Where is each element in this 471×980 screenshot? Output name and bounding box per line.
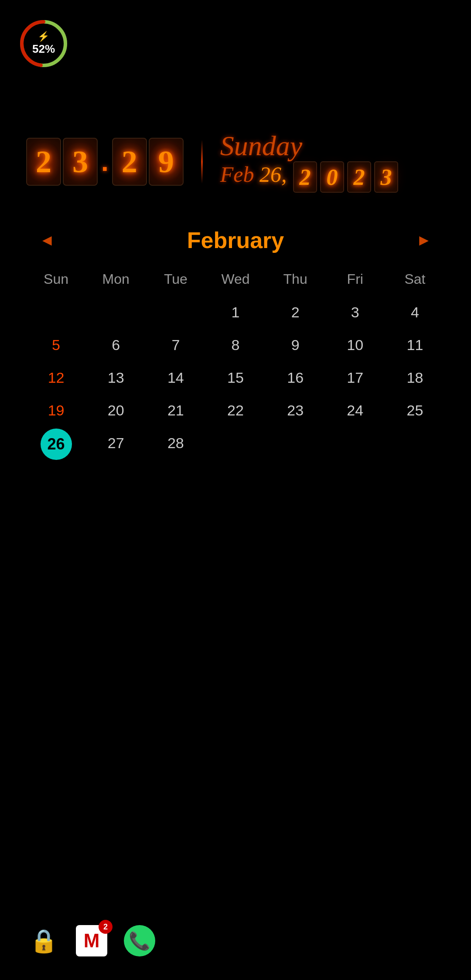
calendar-day-15[interactable]: 15 [205,361,265,394]
calendar-day-3[interactable]: 3 [325,296,385,329]
prev-month-button[interactable]: ◄ [35,227,59,254]
calendar-day-16[interactable]: 16 [266,361,325,394]
calendar-day-20[interactable]: 20 [86,394,146,427]
calendar-day-1[interactable]: 1 [205,296,265,329]
calendar-day-18[interactable]: 18 [385,361,445,394]
calendar-weekdays: Sun Mon Tue Wed Thu Fri Sat [26,267,445,292]
date-text: Sunday Feb 26, 2 0 2 3 [220,131,399,193]
year-digit-1: 2 [293,161,317,193]
next-month-button[interactable]: ► [412,227,436,254]
calendar-day-12[interactable]: 12 [26,361,86,394]
year-digit-4: 3 [374,161,398,193]
weekday-sat: Sat [385,267,445,292]
calendar-day-empty [86,296,146,329]
battery-ring: ⚡ 52% [17,17,70,70]
battery-text: ⚡ 52% [32,32,55,56]
nixie-clock: 2 3 . 2 9 [26,138,184,186]
charging-icon: ⚡ [38,32,49,41]
calendar-day-empty [146,296,205,329]
calendar-day-21[interactable]: 21 [146,394,205,427]
weekday-sun: Sun [26,267,86,292]
nixie-min1: 2 [112,138,147,186]
weekday-wed: Wed [205,267,265,292]
nixie-min2: 9 [149,138,184,186]
calendar-day-7[interactable]: 7 [146,329,205,361]
weekday-mon: Mon [86,267,146,292]
calendar-day-13[interactable]: 13 [86,361,146,394]
lock-icon: 🔒 [30,928,58,954]
clock-area: 2 3 . 2 9 Sunday Feb 26, 2 0 2 3 [26,131,445,193]
dock: 🔒 M 2 📞 [17,919,454,963]
calendar-day-empty [385,427,445,462]
nixie-hour1: 2 [26,138,61,186]
calendar-day-24[interactable]: 24 [325,394,385,427]
weekday-tue: Tue [146,267,205,292]
calendar-day-25[interactable]: 25 [385,394,445,427]
date-day-num: 26, [259,163,292,187]
weekday-thu: Thu [266,267,325,292]
calendar-day-19[interactable]: 19 [26,394,86,427]
nixie-colon: . [99,147,110,177]
calendar: ◄ February ► Sun Mon Tue Wed Thu Fri Sat… [26,227,445,462]
calendar-grid: Sun Mon Tue Wed Thu Fri Sat 123456789101… [26,267,445,462]
calendar-day-10[interactable]: 10 [325,329,385,361]
nixie-hour2: 3 [63,138,98,186]
calendar-day-5[interactable]: 5 [26,329,86,361]
date-full: Feb 26, 2 0 2 3 [220,161,399,193]
calendar-day-11[interactable]: 11 [385,329,445,361]
calendar-day-empty [325,427,385,462]
calendar-day-26[interactable]: 26 [41,429,72,460]
calendar-day-28[interactable]: 28 [146,427,205,462]
calendar-month-label: February [187,227,284,253]
calendar-header: ◄ February ► [26,227,445,254]
clock-separator [201,140,203,184]
battery-percent: 52% [32,42,55,56]
calendar-day-9[interactable]: 9 [266,329,325,361]
calendar-day-empty [205,427,265,462]
nixie-year: 2 0 2 3 [292,161,399,193]
date-day-name: Sunday [220,131,399,161]
gmail-m-letter: M [84,930,100,952]
lock-app-icon[interactable]: 🔒 [26,923,61,958]
weekday-fri: Fri [325,267,385,292]
calendar-days: 1234567891011121314151617181920212223242… [26,296,445,462]
calendar-day-empty [26,296,86,329]
calendar-day-23[interactable]: 23 [266,394,325,427]
calendar-day-14[interactable]: 14 [146,361,205,394]
whatsapp-phone-icon: 📞 [129,931,150,951]
gmail-badge: 2 [99,920,113,934]
calendar-day-17[interactable]: 17 [325,361,385,394]
calendar-day-22[interactable]: 22 [205,394,265,427]
whatsapp-icon-bg: 📞 [124,925,155,956]
calendar-day-27[interactable]: 27 [86,427,146,462]
gmail-app-icon[interactable]: M 2 [74,923,109,958]
calendar-day-4[interactable]: 4 [385,296,445,329]
year-digit-2: 0 [320,161,344,193]
date-month: Feb [220,163,254,187]
calendar-day-6[interactable]: 6 [86,329,146,361]
year-digit-3: 2 [347,161,371,193]
battery-widget: ⚡ 52% [17,17,70,70]
whatsapp-app-icon[interactable]: 📞 [122,923,157,958]
calendar-day-8[interactable]: 8 [205,329,265,361]
calendar-day-empty [266,427,325,462]
calendar-day-2[interactable]: 2 [266,296,325,329]
